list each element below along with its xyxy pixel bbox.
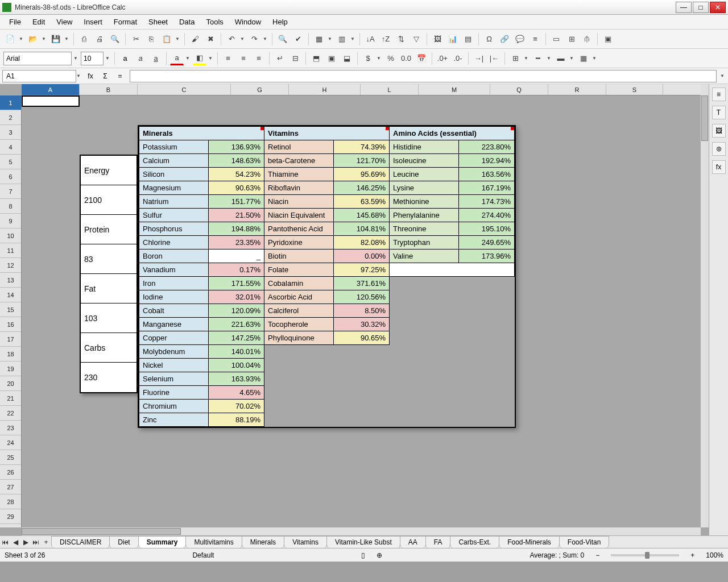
row-header[interactable]: 4: [0, 140, 21, 155]
row-header[interactable]: 12: [0, 258, 21, 273]
amino-name[interactable]: Lysine: [390, 181, 459, 195]
sort-icon[interactable]: ⇅: [394, 32, 408, 46]
align-bottom-icon[interactable]: ⬓: [340, 52, 354, 65]
vitamin-value[interactable]: 0.00%: [334, 250, 390, 263]
vitamin-name[interactable]: Pyridoxine: [264, 236, 334, 250]
row-header[interactable]: 22: [0, 406, 21, 421]
vitamins-header[interactable]: Vitamins: [264, 127, 390, 140]
save-icon[interactable]: 💾: [49, 32, 63, 46]
sort-desc-icon[interactable]: ↑Z: [379, 32, 392, 46]
print-icon[interactable]: 🖨: [93, 32, 106, 46]
menu-help[interactable]: Help: [267, 15, 293, 28]
amino-value[interactable]: 274.40%: [459, 209, 515, 222]
decrease-indent-icon[interactable]: |←: [487, 52, 501, 65]
mineral-name[interactable]: Sulfur: [139, 209, 209, 222]
pivot-icon[interactable]: ▤: [461, 32, 475, 46]
row-header[interactable]: 6: [0, 169, 21, 184]
special-char-icon[interactable]: Ω: [482, 32, 496, 46]
bold-icon[interactable]: a: [118, 52, 132, 65]
vitamin-value[interactable]: 146.25%: [334, 181, 390, 195]
mineral-name[interactable]: Boron: [139, 250, 209, 263]
show-draw-icon[interactable]: ▣: [601, 32, 615, 46]
hyperlink-icon[interactable]: 🔗: [498, 32, 511, 46]
mineral-name[interactable]: Chlorine: [139, 236, 209, 250]
insert-mode-icon[interactable]: ▯: [361, 551, 365, 559]
mineral-name[interactable]: Selenium: [139, 372, 209, 386]
mineral-value[interactable]: 171.55%: [209, 277, 264, 290]
mineral-value[interactable]: 23.35%: [209, 236, 264, 250]
borders-icon[interactable]: ⊞: [508, 52, 522, 65]
menu-view[interactable]: View: [51, 15, 78, 28]
align-right-icon[interactable]: ≡: [252, 52, 266, 65]
row-header[interactable]: 19: [0, 361, 21, 376]
amino-value[interactable]: 163.56%: [459, 168, 515, 181]
currency-icon[interactable]: $: [361, 52, 375, 65]
name-box-input[interactable]: [2, 70, 76, 82]
align-top-icon[interactable]: ⬒: [309, 52, 323, 65]
mineral-value[interactable]: 4.65%: [209, 386, 264, 400]
sidebar-gallery-icon[interactable]: 🖼: [712, 124, 726, 138]
dropdown-icon[interactable]: ▼: [524, 56, 530, 61]
mineral-name[interactable]: Molybdenum: [139, 345, 209, 359]
new-icon[interactable]: 📄: [3, 32, 17, 46]
aggregate-display[interactable]: Average: ; Sum: 0: [530, 551, 584, 559]
tab-last-icon[interactable]: ⏭: [31, 537, 41, 547]
dropdown-icon[interactable]: ▼: [263, 36, 268, 41]
row-header[interactable]: 8: [0, 199, 21, 214]
font-name-input[interactable]: [3, 52, 72, 65]
vitamin-name[interactable]: Folate: [264, 263, 334, 277]
define-print-icon[interactable]: ▭: [549, 32, 563, 46]
amino-value[interactable]: 192.94%: [459, 154, 515, 168]
minimize-button[interactable]: —: [676, 2, 692, 13]
wrap-text-icon[interactable]: ↵: [273, 52, 287, 65]
dropdown-icon[interactable]: ▼: [105, 56, 111, 61]
vitamin-value[interactable]: 90.65%: [334, 331, 390, 345]
vitamin-value[interactable]: 95.69%: [334, 168, 390, 181]
vitamin-name[interactable]: Calciferol: [264, 304, 334, 318]
align-left-icon[interactable]: ≡: [221, 52, 235, 65]
row-header[interactable]: 10: [0, 228, 21, 243]
chart-icon[interactable]: 📊: [446, 32, 460, 46]
vitamin-value[interactable]: 120.56%: [334, 290, 390, 304]
vitamin-value[interactable]: 8.50%: [334, 304, 390, 318]
find-icon[interactable]: 🔍: [276, 32, 289, 46]
dropdown-icon[interactable]: ▼: [76, 73, 82, 78]
vitamin-name[interactable]: Ascorbic Acid: [264, 290, 334, 304]
active-cell[interactable]: [22, 95, 80, 107]
remove-decimal-icon[interactable]: .0-: [451, 52, 465, 65]
amino-name[interactable]: Tryptophan: [390, 236, 459, 250]
mineral-value[interactable]: 163.93%: [209, 372, 264, 386]
energy-cell[interactable]: Fat: [81, 274, 136, 304]
dropdown-icon[interactable]: ▼: [720, 73, 726, 78]
sheet-tab-summary[interactable]: Summary: [138, 536, 187, 548]
mineral-value[interactable]: _: [209, 250, 264, 263]
dropdown-icon[interactable]: ▼: [350, 36, 356, 41]
merge-cells-icon[interactable]: ⊟: [288, 52, 302, 65]
image-icon[interactable]: 🖼: [431, 32, 444, 46]
minerals-header[interactable]: Minerals: [139, 127, 264, 140]
mineral-name[interactable]: Zinc: [139, 413, 209, 427]
amino-name[interactable]: Threonine: [390, 222, 459, 236]
vitamin-name[interactable]: Riboflavin: [264, 181, 334, 195]
mineral-value[interactable]: 194.88%: [209, 222, 264, 236]
vitamin-name[interactable]: Phylloquinone: [264, 331, 334, 345]
vitamin-value[interactable]: 30.32%: [334, 318, 390, 331]
menu-file[interactable]: File: [3, 15, 27, 28]
dropdown-icon[interactable]: ▼: [73, 56, 79, 61]
tab-prev-icon[interactable]: ◀: [10, 537, 20, 547]
cells-grid[interactable]: Energy2100Protein83Fat103Carbs230 Minera…: [22, 95, 701, 527]
column-header[interactable]: L: [361, 84, 419, 95]
conditional-icon[interactable]: ▦: [577, 52, 590, 65]
paste-icon[interactable]: 📋: [160, 32, 173, 46]
amino-value[interactable]: 195.10%: [459, 222, 515, 236]
spellcheck-icon[interactable]: ✔: [291, 32, 305, 46]
vitamin-value[interactable]: 74.39%: [334, 140, 390, 154]
vitamin-value[interactable]: 104.81%: [334, 222, 390, 236]
row-header[interactable]: 2: [0, 110, 21, 125]
increase-indent-icon[interactable]: →|: [472, 52, 486, 65]
row-header[interactable]: 17: [0, 332, 21, 347]
sheet-tab-vitamins[interactable]: Vitamins: [284, 536, 327, 548]
mineral-name[interactable]: Manganese: [139, 318, 209, 331]
print-preview-icon[interactable]: 🔍: [108, 32, 122, 46]
mineral-name[interactable]: Potassium: [139, 140, 209, 154]
